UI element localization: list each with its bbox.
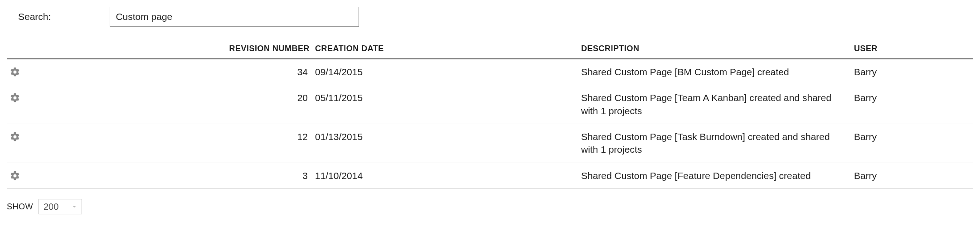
page-size-select[interactable]: 200 — [39, 199, 82, 214]
table-header-row: Revision Number Creation Date Descriptio… — [7, 40, 973, 59]
cell-revision: 3 — [209, 163, 312, 188]
cell-user: Barry — [851, 59, 973, 85]
show-label: Show — [7, 202, 33, 212]
search-input[interactable] — [110, 7, 359, 27]
chevron-down-icon — [71, 203, 78, 210]
table-row: 311/10/2014Shared Custom Page [Feature D… — [7, 163, 973, 188]
cell-date: 05/11/2015 — [312, 85, 578, 124]
column-header-revision[interactable]: Revision Number — [209, 40, 312, 59]
cell-date: 09/14/2015 — [312, 59, 578, 85]
cell-date: 01/13/2015 — [312, 124, 578, 163]
page-size-value: 200 — [44, 202, 58, 212]
revision-table: Revision Number Creation Date Descriptio… — [7, 40, 973, 189]
column-header-creation-date[interactable]: Creation Date — [312, 40, 578, 59]
cell-user: Barry — [851, 124, 973, 163]
cell-description: Shared Custom Page [Feature Dependencies… — [578, 163, 851, 188]
column-header-user[interactable]: User — [851, 40, 973, 59]
gear-icon[interactable] — [10, 67, 207, 77]
cell-revision: 12 — [209, 124, 312, 163]
cell-user: Barry — [851, 85, 973, 124]
cell-revision: 34 — [209, 59, 312, 85]
table-row: 1201/13/2015Shared Custom Page [Task Bur… — [7, 124, 973, 163]
gear-icon[interactable] — [10, 92, 207, 103]
search-label: Search: — [18, 11, 51, 22]
cell-description: Shared Custom Page [BM Custom Page] crea… — [578, 59, 851, 85]
gear-icon[interactable] — [10, 131, 207, 142]
cell-description: Shared Custom Page [Task Burndown] creat… — [578, 124, 851, 163]
cell-description: Shared Custom Page [Team A Kanban] creat… — [578, 85, 851, 124]
table-row: 3409/14/2015Shared Custom Page [BM Custo… — [7, 59, 973, 85]
column-header-actions — [7, 40, 209, 59]
gear-icon[interactable] — [10, 170, 207, 181]
table-row: 2005/11/2015Shared Custom Page [Team A K… — [7, 85, 973, 124]
search-bar: Search: — [7, 7, 973, 27]
cell-user: Barry — [851, 163, 973, 188]
column-header-description[interactable]: Description — [578, 40, 851, 59]
cell-revision: 20 — [209, 85, 312, 124]
cell-date: 11/10/2014 — [312, 163, 578, 188]
pager: Show 200 — [7, 199, 973, 214]
